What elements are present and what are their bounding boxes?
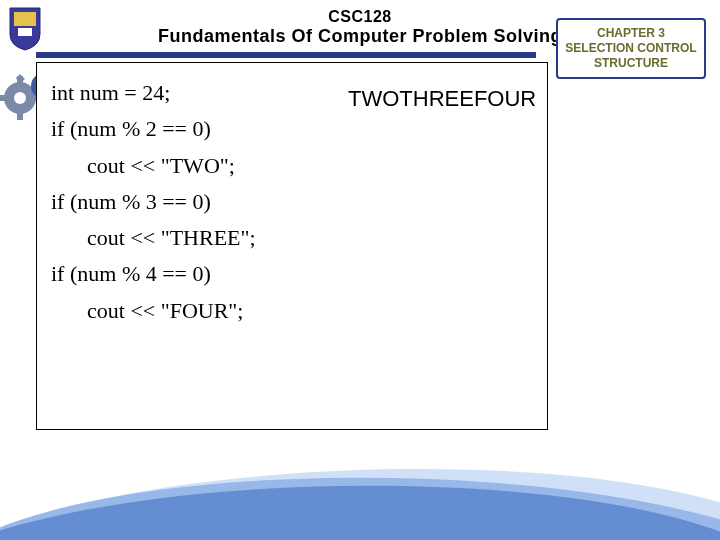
program-output: TWOTHREEFOUR bbox=[348, 86, 536, 112]
code-line-3: cout << "TWO"; bbox=[51, 148, 235, 184]
chapter-title-2: STRUCTURE bbox=[562, 56, 700, 71]
code-line-5: cout << "THREE"; bbox=[51, 220, 256, 256]
code-block: int num = 24; if (num % 2 == 0) cout << … bbox=[51, 75, 533, 329]
svg-point-8 bbox=[14, 92, 26, 104]
code-line-7: cout << "FOUR"; bbox=[51, 293, 243, 329]
chapter-box: CHAPTER 3 SELECTION CONTROL STRUCTURE bbox=[556, 18, 706, 79]
svg-rect-4 bbox=[17, 112, 23, 120]
code-line-4: if (num % 3 == 0) bbox=[51, 189, 211, 214]
code-line-6: if (num % 4 == 0) bbox=[51, 261, 211, 286]
header-underline bbox=[36, 52, 536, 58]
code-line-2: if (num % 2 == 0) bbox=[51, 116, 211, 141]
code-line-1: int num = 24; bbox=[51, 80, 170, 105]
code-content-box: int num = 24; if (num % 2 == 0) cout << … bbox=[36, 62, 548, 430]
footer-wave-decoration bbox=[0, 450, 720, 540]
chapter-title-1: SELECTION CONTROL bbox=[562, 41, 700, 56]
chapter-number: CHAPTER 3 bbox=[562, 26, 700, 41]
svg-rect-5 bbox=[0, 95, 6, 101]
